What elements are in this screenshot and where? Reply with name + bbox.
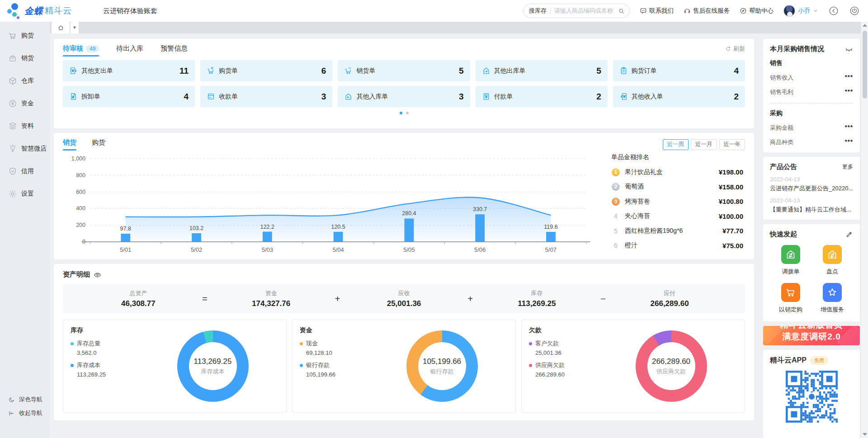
workspace-tabstrip: ▼ xyxy=(50,22,868,33)
survey-banner[interactable]: 精斗云新版首页 满意度调研2.0 全新首页已到来 期待收到您的反馈 xyxy=(763,326,860,345)
quick-action-以销定购[interactable]: 以销定购 xyxy=(770,283,811,314)
todo-mini-card-购货单[interactable]: 购货单6 xyxy=(200,60,332,81)
account-title: 云进销存体验账套 xyxy=(103,7,157,15)
formula-cell-库存: 库存113,269.25 xyxy=(479,289,594,308)
range-button-近一年[interactable]: 近一年 xyxy=(719,139,745,150)
svg-text:5/06: 5/06 xyxy=(474,246,486,253)
announcement-link-1[interactable]: 云进销存产品更新公告_20220... xyxy=(770,184,853,193)
todo-mini-card-拆卸单[interactable]: #拆卸单4 xyxy=(63,86,195,107)
announcements-more-link[interactable]: 更多 xyxy=(842,163,853,171)
sales-trend-chart: 02004006008001,00097.8103.2122.2120.5280… xyxy=(63,152,599,259)
trend-tab-销货[interactable]: 销货 xyxy=(63,138,76,151)
formula-cell-总资产: 总资产46,308.77 xyxy=(81,289,196,308)
logout-power-button[interactable] xyxy=(849,5,860,16)
home-tab[interactable] xyxy=(52,22,70,33)
sidebar-footer-收起导航[interactable]: 收起导航 xyxy=(0,406,50,420)
house-swap-icon xyxy=(823,245,842,264)
announcement-date-1: 2022-04-13 xyxy=(770,176,853,183)
formula-cell-资金: 资金174,327.76 xyxy=(214,289,329,308)
todo-mini-card-其他出库单[interactable]: 其他出库单5 xyxy=(476,60,608,81)
brand-name-bold: 金蝶 xyxy=(24,5,43,17)
monthly-summary-title: 本月采购销售情况 xyxy=(770,45,824,53)
todo-mini-card-其他支出单[interactable]: ¥其他支出单11 xyxy=(63,60,195,81)
eye-closed-icon[interactable] xyxy=(845,45,853,53)
assets-title: 资产明细 xyxy=(63,270,90,279)
toplink-联系我们[interactable]: 联系我们 xyxy=(640,7,674,15)
username[interactable]: 小乔 xyxy=(798,7,810,15)
search-icon[interactable] xyxy=(618,7,625,15)
monthly-summary-card: 本月采购销售情况 销售销售收入***销售毛利***采购采购金额***商品种类**… xyxy=(763,39,860,152)
legend-item-库存总量: 库存总量3,562.0 xyxy=(71,339,146,356)
inventory-search-input[interactable]: 搜库存 请输入商品编码或名称 xyxy=(523,4,630,18)
pager-dot-2[interactable] xyxy=(406,112,409,114)
asset-panel-资金: 资金现金69,128.10银行存款105,199.66105,199.66银行存… xyxy=(292,320,516,413)
svg-text:5/07: 5/07 xyxy=(545,246,557,253)
scroll-down-arrow[interactable] xyxy=(863,433,867,436)
sidebar-item-销货[interactable]: 销货 xyxy=(0,47,50,70)
sidebar-item-资金[interactable]: 资金 xyxy=(0,92,50,115)
toplink-帮助中心[interactable]: 帮助中心 xyxy=(740,7,774,15)
search-scope-label[interactable]: 搜库存 xyxy=(529,7,547,15)
pager-dot-1[interactable] xyxy=(400,112,402,114)
ranking-row-2[interactable]: 2葡萄酒¥158.00 xyxy=(611,183,743,191)
medal-icon-rank3: 3 xyxy=(612,198,620,206)
free-badge: 免费 xyxy=(810,356,828,365)
sidebar-item-仓库[interactable]: 仓库 xyxy=(0,70,50,92)
todo-tab-待出入库[interactable]: 待出入库 xyxy=(116,44,143,57)
avatar[interactable] xyxy=(783,5,795,17)
todo-mini-card-付款单[interactable]: ¥付款单2 xyxy=(476,86,608,107)
todo-mini-card-其他入库单[interactable]: 其他入库单3 xyxy=(338,86,470,107)
todo-mini-card-购货订单[interactable]: 购货订单4 xyxy=(613,60,745,81)
sidebar-item-购货[interactable]: 购货 xyxy=(0,24,50,47)
ranking-row-1[interactable]: 1果汁饮品礼盒¥198.00 xyxy=(611,168,743,176)
sidebar-item-信用[interactable]: 信用 xyxy=(0,160,50,183)
ranking-row-5[interactable]: 5西红柿意粉酱190g*6¥77.70 xyxy=(611,227,743,235)
chevron-down-icon[interactable] xyxy=(813,8,818,14)
todo-mini-card-收款单[interactable]: 收款单3 xyxy=(200,86,332,107)
sidebar: 购货销货仓库资金资料智慧微店信用设置 深色导航收起导航 xyxy=(0,22,50,438)
announcement-date-2: 2022-04-13 xyxy=(770,197,853,204)
eye-icon[interactable] xyxy=(94,270,101,278)
quick-action-调拨单[interactable]: 调拨单 xyxy=(770,245,811,276)
todo-mini-card-销货单[interactable]: 销货单5 xyxy=(338,60,470,81)
donut-chart-库存: 113,269.25库存成本 xyxy=(177,330,249,402)
sidebar-item-设置[interactable]: 设置 xyxy=(0,183,50,205)
sidebar-item-智慧微店[interactable]: 智慧微店 xyxy=(0,137,50,160)
formula-operator-2: + xyxy=(329,294,347,304)
ranking-row-3[interactable]: 3烤海苔卷¥100.80 xyxy=(611,198,743,206)
svg-text:5/04: 5/04 xyxy=(332,246,344,253)
toplink-售后在线服务[interactable]: 售后在线服务 xyxy=(684,7,730,15)
ranking-row-6[interactable]: 6橙汁¥75.00 xyxy=(611,241,743,250)
ranking-row-4[interactable]: 4夹心海苔¥100.00 xyxy=(611,212,743,220)
back-button[interactable] xyxy=(828,5,839,16)
quick-action-增值服务[interactable]: 增值服务 xyxy=(811,283,853,314)
scroll-up-arrow[interactable] xyxy=(863,24,867,27)
sidebar-item-资料[interactable]: 资料 xyxy=(0,115,50,137)
cart-icon xyxy=(781,283,800,302)
legend-item-供应商欠款: 供应商欠款266,289.60 xyxy=(529,361,605,378)
brand-name-light: 精斗云 xyxy=(45,5,72,17)
todo-mini-card-其他收入单[interactable]: ¥其他收入单2 xyxy=(613,86,745,107)
banner-line2: 满意度调研2.0 xyxy=(782,332,840,341)
svg-text:5/03: 5/03 xyxy=(262,246,273,253)
vertical-scrollbar[interactable] xyxy=(861,22,868,438)
svg-text:1,000: 1,000 xyxy=(71,155,85,162)
quick-actions-card: 快速发起 调拨单盘点以销定购增值服务 xyxy=(763,224,860,321)
scrollbar-thumb[interactable] xyxy=(863,31,867,99)
refresh-button[interactable]: 刷新 xyxy=(725,45,745,57)
range-button-近一月[interactable]: 近一月 xyxy=(691,139,717,150)
announcement-link-2[interactable]: 【重要通知】精斗云工作台域... xyxy=(770,206,853,214)
trend-tab-购货[interactable]: 购货 xyxy=(92,138,105,151)
sidebar-footer-深色导航[interactable]: 深色导航 xyxy=(0,393,50,406)
tab-dropdown-button[interactable]: ▼ xyxy=(71,22,79,33)
topbar: 金蝶 精斗云 云进销存体验账套 搜库存 请输入商品编码或名称 联系我们售后在线服… xyxy=(0,0,868,22)
range-button-近一周[interactable]: 近一周 xyxy=(663,139,689,150)
announcements-title: 产品公告 xyxy=(770,163,797,171)
right-rail: 本月采购销售情况 销售销售收入***销售毛利***采购采购金额***商品种类**… xyxy=(763,39,860,438)
brand-logo[interactable]: 金蝶 精斗云 xyxy=(6,2,99,19)
quick-action-盘点[interactable]: 盘点 xyxy=(811,245,853,276)
todo-tab-预警信息[interactable]: 预警信息 xyxy=(160,44,188,57)
todo-tab-待审核[interactable]: 待审核49 xyxy=(63,44,99,57)
pencil-icon[interactable] xyxy=(845,231,853,238)
user-menu[interactable]: 小乔 xyxy=(783,5,818,17)
